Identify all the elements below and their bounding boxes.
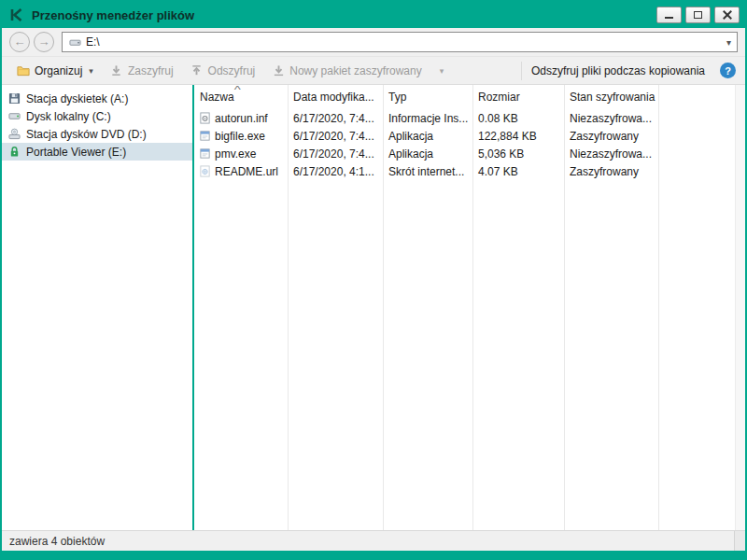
- new-encrypted-package-button[interactable]: Nowy pakiet zaszyfrowany ▾: [266, 62, 449, 80]
- file-name: autorun.inf: [215, 112, 268, 125]
- sidebar-item-portable-viewer-e[interactable]: Portable Viewer (E:): [2, 143, 192, 161]
- sidebar-item-label: Dysk lokalny (C:): [26, 110, 111, 123]
- file-row[interactable]: pmv.exe 6/17/2020, 7:4... Aplikacja 5,03…: [194, 145, 745, 162]
- encrypt-arrow-icon: [110, 64, 123, 77]
- system-file-icon: [198, 112, 211, 125]
- address-text: E:\: [86, 35, 100, 49]
- column-header-encryption[interactable]: Stan szyfrowania: [564, 91, 657, 104]
- package-arrow-icon: [272, 64, 285, 77]
- folder-icon: [17, 64, 30, 77]
- file-encryption-status: Niezaszyfrowa...: [564, 147, 657, 161]
- minimize-icon: [665, 17, 673, 19]
- sidebar-item-local-c[interactable]: Dysk lokalny (C:): [2, 107, 192, 125]
- forward-button[interactable]: →: [34, 32, 54, 52]
- organize-dropdown-icon: ▾: [89, 66, 93, 76]
- main-area: Stacja dyskietek (A:) Dysk lokalny (C:) …: [2, 85, 745, 530]
- file-name: pmv.exe: [215, 147, 256, 161]
- decrypt-arrow-icon: [190, 64, 204, 77]
- close-button[interactable]: [714, 7, 740, 23]
- resize-grip[interactable]: [734, 531, 745, 551]
- decrypt-on-copy-button[interactable]: Odszyfruj pliki podczas kopiowania: [528, 62, 709, 80]
- question-mark-icon: ?: [725, 65, 731, 77]
- address-dropdown-icon[interactable]: ▾: [726, 37, 731, 48]
- floppy-icon: [7, 91, 21, 105]
- file-list-pane: ^ Nazwa Data modyfika... Typ Rozmiar Sta…: [194, 85, 745, 530]
- kaspersky-logo-icon: [7, 6, 26, 24]
- help-button[interactable]: ?: [720, 63, 736, 78]
- drive-icon: [68, 35, 81, 49]
- sidebar-item-dvd-d[interactable]: Stacja dysków DVD (D:): [2, 125, 192, 143]
- file-size: 0.08 KB: [472, 112, 564, 125]
- hard-drive-icon: [7, 109, 21, 123]
- window-bottom-border: [2, 551, 745, 558]
- column-header-size[interactable]: Rozmiar: [472, 91, 564, 104]
- organize-button[interactable]: Organizuj ▾: [11, 62, 99, 80]
- green-lock-icon: [7, 145, 21, 159]
- file-name: README.url: [215, 165, 278, 178]
- file-encryption-status: Zaszyfrowany: [564, 165, 657, 178]
- file-encryption-status: Zaszyfrowany: [564, 130, 657, 143]
- toolbar-separator: [521, 62, 522, 80]
- sidebar-item-label: Stacja dysków DVD (D:): [26, 128, 147, 141]
- file-modified: 6/17/2020, 7:4...: [288, 147, 383, 161]
- file-type: Aplikacja: [383, 130, 472, 143]
- window-title: Przenośny menedżer plików: [32, 8, 194, 22]
- sidebar-item-label: Stacja dyskietek (A:): [26, 92, 128, 105]
- close-icon: [723, 10, 732, 20]
- file-type: Skrót internet...: [383, 165, 472, 178]
- column-headers: Nazwa Data modyfika... Typ Rozmiar Stan …: [194, 85, 745, 109]
- status-bar: zawiera 4 obiektów: [2, 530, 745, 551]
- file-row[interactable]: README.url 6/17/2020, 4:1... Skrót inter…: [194, 162, 745, 180]
- file-type: Aplikacja: [383, 147, 472, 161]
- file-size: 122,884 KB: [472, 130, 564, 143]
- dvd-drive-icon: [7, 127, 21, 141]
- back-button[interactable]: ←: [9, 32, 30, 52]
- file-name: bigfile.exe: [215, 130, 265, 143]
- file-modified: 6/17/2020, 4:1...: [288, 165, 383, 178]
- organize-label: Organizuj: [35, 64, 82, 77]
- encrypt-button[interactable]: Zaszyfruj: [105, 62, 179, 80]
- column-header-type[interactable]: Typ: [383, 91, 472, 104]
- decrypt-label: Odszyfruj: [208, 64, 256, 77]
- file-row[interactable]: autorun.inf 6/17/2020, 7:4... Informacje…: [194, 109, 745, 127]
- file-size: 5,036 KB: [472, 147, 564, 161]
- url-file-icon: [198, 165, 211, 178]
- window-controls: [656, 7, 740, 23]
- minimize-button[interactable]: [656, 7, 682, 23]
- status-text: zawiera 4 obiektów: [9, 535, 105, 548]
- file-type: Informacje Ins...: [383, 112, 472, 125]
- title-bar: Przenośny menedżer plików: [2, 2, 745, 28]
- application-file-icon: [198, 147, 211, 161]
- application-file-icon: [198, 130, 211, 143]
- file-size: 4.07 KB: [472, 165, 564, 178]
- toolbar: Organizuj ▾ Zaszyfruj Odszyfruj Nowy pak…: [2, 57, 745, 85]
- drive-tree: Stacja dyskietek (A:) Dysk lokalny (C:) …: [2, 85, 192, 530]
- sidebar-item-floppy-a[interactable]: Stacja dyskietek (A:): [2, 90, 192, 107]
- file-modified: 6/17/2020, 7:4...: [288, 112, 383, 125]
- file-modified: 6/17/2020, 7:4...: [288, 130, 383, 143]
- encrypt-label: Zaszyfruj: [128, 64, 174, 77]
- decrypt-button[interactable]: Odszyfruj: [185, 62, 261, 80]
- new-encrypted-package-label: Nowy pakiet zaszyfrowany: [289, 64, 421, 77]
- new-package-dropdown-icon[interactable]: ▾: [440, 66, 444, 76]
- app-window: Przenośny menedżer plików ← → E:\ ▾ Orga…: [0, 0, 747, 560]
- navigation-bar: ← → E:\ ▾: [2, 28, 745, 57]
- file-encryption-status: Niezaszyfrowa...: [564, 112, 657, 125]
- maximize-icon: [694, 11, 702, 19]
- column-header-modified[interactable]: Data modyfika...: [288, 91, 383, 104]
- file-row[interactable]: bigfile.exe 6/17/2020, 7:4... Aplikacja …: [194, 127, 745, 145]
- sort-ascending-icon: ^: [234, 85, 241, 95]
- sidebar-item-label: Portable Viewer (E:): [26, 146, 126, 159]
- address-bar[interactable]: E:\ ▾: [62, 32, 738, 52]
- maximize-button[interactable]: [685, 7, 711, 23]
